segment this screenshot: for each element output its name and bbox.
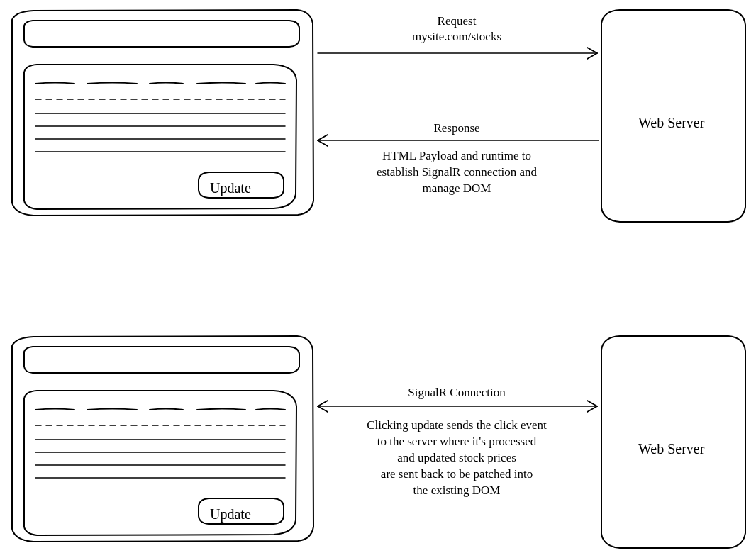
signalr-label: SignalR Connection bbox=[408, 386, 506, 399]
web-server-label: Web Server bbox=[638, 441, 705, 457]
request-url: mysite.com/stocks bbox=[412, 30, 501, 43]
update-button-top[interactable]: Update bbox=[199, 172, 284, 198]
signalr-desc-2: to the server where it's processed bbox=[377, 435, 537, 448]
web-server-bottom: Web Server bbox=[601, 336, 745, 548]
browser-window-top: Update bbox=[12, 10, 313, 216]
response-desc-2: establish SignalR connection and bbox=[377, 165, 538, 179]
response-desc-3: manage DOM bbox=[423, 181, 491, 195]
response-label: Response bbox=[433, 121, 479, 135]
signalr-desc-1: Clicking update sends the click event bbox=[367, 418, 547, 432]
address-bar-top bbox=[24, 21, 299, 47]
browser-window-bottom: Update bbox=[12, 336, 313, 542]
signalr-arrow: SignalR Connection Clicking update sends… bbox=[318, 386, 597, 497]
dashed-heading-top bbox=[35, 83, 285, 84]
update-button-label: Update bbox=[210, 180, 251, 196]
content-card-top bbox=[24, 65, 296, 209]
signalr-desc-4: are sent back to be patched into bbox=[381, 467, 533, 481]
content-card-bottom bbox=[24, 391, 296, 535]
update-button-label: Update bbox=[210, 506, 251, 523]
update-button-bottom[interactable]: Update bbox=[199, 498, 284, 524]
address-bar-bottom bbox=[24, 347, 299, 373]
signalr-desc-5: the existing DOM bbox=[413, 484, 501, 497]
dashed-heading-bottom bbox=[35, 409, 285, 410]
request-label: Request bbox=[438, 14, 477, 28]
web-server-top: Web Server bbox=[601, 10, 745, 222]
web-server-label: Web Server bbox=[638, 115, 705, 130]
request-arrow-top: Request mysite.com/stocks bbox=[318, 14, 597, 59]
response-desc-1: HTML Payload and runtime to bbox=[382, 149, 531, 162]
signalr-desc-3: and updated stock prices bbox=[397, 451, 516, 464]
text-lines-bottom bbox=[35, 440, 285, 478]
response-arrow-top: Response HTML Payload and runtime to est… bbox=[318, 121, 599, 195]
text-lines-top bbox=[35, 113, 285, 152]
